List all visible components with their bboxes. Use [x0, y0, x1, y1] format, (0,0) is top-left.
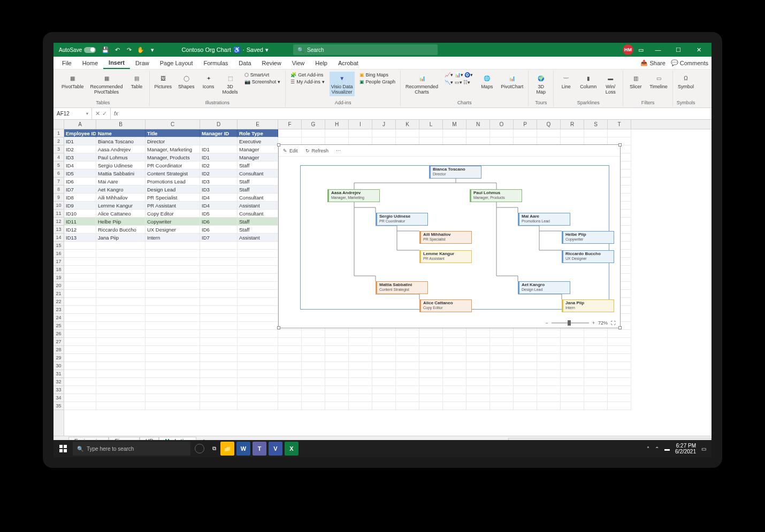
cell[interactable] — [96, 314, 146, 322]
cell[interactable]: ID13 — [64, 234, 96, 242]
cell[interactable] — [146, 266, 200, 274]
tab-page-layout[interactable]: Page Layout — [155, 58, 198, 68]
cell[interactable]: UX Designer — [146, 226, 200, 234]
cell[interactable]: Manager — [238, 153, 278, 161]
cell[interactable] — [96, 394, 146, 402]
sparkline-column-button[interactable]: ▮Column — [578, 72, 598, 91]
cell[interactable] — [419, 370, 443, 378]
visio-app-icon[interactable]: V — [269, 442, 282, 456]
cell[interactable] — [584, 378, 608, 386]
visio-more-button[interactable]: ⋯ — [336, 148, 341, 153]
row-headers[interactable]: 1234567891011121314151617181920212223242… — [53, 129, 64, 436]
cell[interactable] — [238, 290, 278, 298]
cell[interactable] — [349, 378, 372, 386]
task-view-button[interactable]: ⧉ — [209, 445, 219, 452]
cell[interactable] — [200, 298, 238, 306]
enter-icon[interactable]: ✓ — [102, 110, 107, 117]
tray-up-icon[interactable]: ˄ — [647, 446, 649, 452]
icons-button[interactable]: ✦Icons — [200, 72, 218, 91]
cell[interactable] — [349, 129, 372, 137]
cell[interactable] — [146, 282, 200, 290]
cell[interactable] — [96, 370, 146, 378]
cell[interactable] — [200, 386, 238, 394]
user-avatar[interactable]: HM — [623, 44, 633, 55]
cell[interactable] — [200, 282, 238, 290]
cell[interactable] — [96, 402, 146, 410]
cell[interactable] — [608, 330, 631, 338]
cell[interactable]: Content Strategist — [146, 169, 200, 178]
cell[interactable] — [238, 338, 278, 346]
cell[interactable] — [514, 338, 537, 346]
cell[interactable] — [514, 402, 537, 410]
cell[interactable] — [443, 370, 466, 378]
resize-handle[interactable] — [277, 326, 280, 329]
cell[interactable] — [96, 250, 146, 258]
cell[interactable] — [561, 346, 584, 354]
col-header-N[interactable]: N — [466, 120, 490, 129]
row-header[interactable]: 34 — [53, 394, 64, 402]
cell[interactable] — [584, 370, 608, 378]
cell[interactable] — [146, 242, 200, 250]
cell[interactable] — [200, 258, 238, 266]
cell[interactable] — [396, 338, 419, 346]
cell[interactable] — [537, 402, 561, 410]
excel-icon[interactable]: X — [285, 442, 299, 456]
cell[interactable] — [146, 346, 200, 354]
col-header-O[interactable]: O — [490, 120, 514, 129]
tab-help[interactable]: Help — [310, 58, 333, 68]
cell[interactable] — [64, 242, 96, 250]
cell[interactable]: Mai Aare — [96, 178, 146, 186]
col-header-G[interactable]: G — [302, 120, 325, 129]
cell[interactable] — [278, 129, 302, 137]
cell[interactable]: Design Lead — [146, 186, 200, 194]
cell[interactable] — [146, 394, 200, 402]
cell[interactable] — [419, 338, 443, 346]
row-header[interactable]: 14 — [53, 234, 64, 242]
cell[interactable] — [584, 346, 608, 354]
cortana-button[interactable] — [195, 444, 204, 453]
clock-time[interactable]: 6:27 PM — [675, 443, 696, 449]
tab-review[interactable]: Review — [257, 58, 287, 68]
cell[interactable] — [325, 354, 349, 362]
cell[interactable] — [419, 378, 443, 386]
cell[interactable] — [64, 306, 96, 314]
cell[interactable]: Staff — [238, 161, 278, 169]
taskbar-search[interactable]: 🔍Type here to search — [73, 442, 190, 456]
cell[interactable]: ID3 — [200, 186, 238, 194]
cell[interactable]: Alice Cattaneo — [96, 210, 146, 218]
cell[interactable]: ID9 — [64, 202, 96, 210]
cell[interactable]: ID2 — [200, 169, 238, 178]
cell[interactable] — [64, 290, 96, 298]
cell[interactable] — [561, 362, 584, 370]
cell[interactable] — [64, 378, 96, 386]
cell[interactable] — [238, 282, 278, 290]
cell[interactable] — [514, 370, 537, 378]
cell[interactable] — [584, 402, 608, 410]
cell[interactable] — [64, 354, 96, 362]
cell[interactable] — [608, 370, 631, 378]
cell[interactable]: Manager, Marketing — [146, 145, 200, 153]
zoom-out-icon[interactable]: − — [545, 320, 548, 326]
battery-icon[interactable]: ▬ — [664, 446, 670, 452]
col-header-L[interactable]: L — [419, 120, 443, 129]
cell[interactable]: ID5 — [64, 169, 96, 178]
row-header[interactable]: 21 — [53, 290, 64, 298]
save-icon[interactable]: 💾 — [101, 45, 110, 54]
cell[interactable] — [584, 386, 608, 394]
cell[interactable] — [466, 338, 490, 346]
cell[interactable] — [608, 362, 631, 370]
cell[interactable] — [96, 378, 146, 386]
cell[interactable] — [396, 346, 419, 354]
cell[interactable] — [146, 362, 200, 370]
cell[interactable] — [146, 330, 200, 338]
col-header-P[interactable]: P — [514, 120, 537, 129]
cell[interactable]: Jana Piip — [96, 234, 146, 242]
col-header-H[interactable]: H — [325, 120, 349, 129]
cell[interactable] — [561, 330, 584, 338]
my-addins-button[interactable]: ☰My Add-ins ▾ — [289, 79, 326, 85]
word-icon[interactable]: W — [236, 442, 250, 456]
cell[interactable] — [200, 362, 238, 370]
cell[interactable] — [584, 362, 608, 370]
cell[interactable] — [537, 362, 561, 370]
cell[interactable] — [372, 378, 396, 386]
